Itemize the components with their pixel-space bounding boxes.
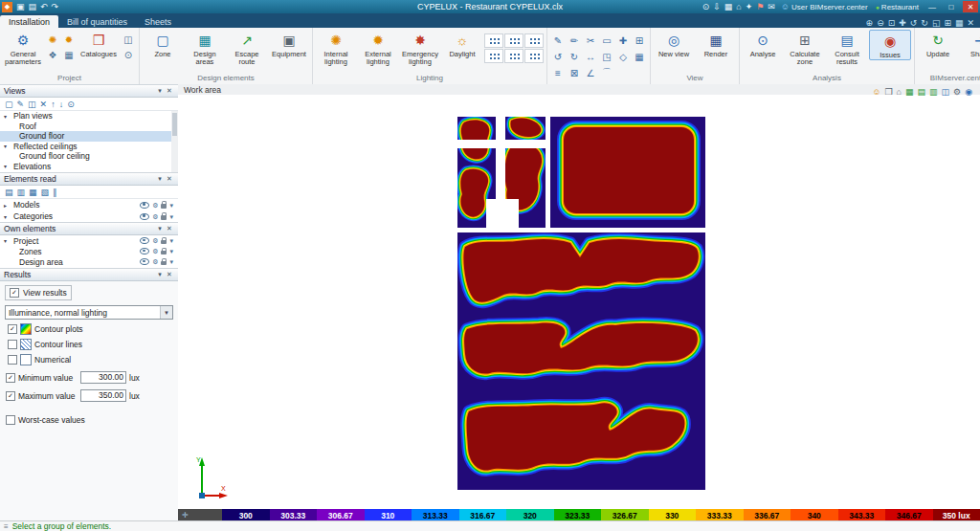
rectangle-icon[interactable]: ▭ xyxy=(599,33,614,48)
lock-icon[interactable] xyxy=(161,251,167,255)
search-icon[interactable]: ⊙ xyxy=(702,3,710,11)
internal-lighting-button[interactable]: ✺ Internal lighting xyxy=(316,30,356,66)
minimum-value-checkbox[interactable]: ✓ xyxy=(6,373,15,383)
view-results-checkbox[interactable]: ✓ xyxy=(10,288,19,298)
equipment-button[interactable]: ▣ Equipment xyxy=(269,30,309,58)
schedule-view-icon[interactable]: ▥ xyxy=(929,87,938,97)
delete-view-tool-icon[interactable]: ✕ xyxy=(40,100,48,109)
luminaire-pattern-button[interactable] xyxy=(484,49,503,63)
chevron-down-icon[interactable]: ▾ xyxy=(169,213,173,220)
scale-options-icon[interactable]: ✛ xyxy=(182,511,189,520)
search-view-tool-icon[interactable]: ⊙ xyxy=(67,100,75,109)
chevron-right-icon[interactable]: ▸ xyxy=(4,202,11,209)
result-type-dropdown[interactable]: Illuminance, normal lighting ▼ xyxy=(5,305,173,320)
stretch-icon[interactable]: ↔ xyxy=(583,49,598,64)
layers-tool-icon[interactable]: ▧ xyxy=(41,188,50,197)
scrollbar[interactable] xyxy=(171,111,178,172)
eye-icon[interactable] xyxy=(140,213,149,220)
download-icon[interactable]: ⇩ xyxy=(713,3,721,11)
fit-view-icon[interactable]: ◱ xyxy=(932,18,941,28)
chevron-down-icon[interactable]: ▾ xyxy=(169,237,173,244)
flag-icon[interactable]: ⚑ xyxy=(756,3,764,11)
close-icon[interactable]: ✕ xyxy=(165,271,174,278)
close-button[interactable]: ✕ xyxy=(963,1,978,12)
tree-item-zones[interactable]: Zones ⚙ ▾ xyxy=(0,246,178,256)
delete-icon[interactable]: ⊠ xyxy=(567,65,582,80)
lock-icon[interactable] xyxy=(161,204,167,209)
home-icon[interactable]: ⌂ xyxy=(736,3,741,11)
array-icon[interactable]: ⊞ xyxy=(632,33,647,48)
zoom-out-icon[interactable]: ⊖ xyxy=(877,18,884,28)
design-areas-button[interactable]: ▦ Design areas xyxy=(185,30,225,66)
cancel-icon[interactable]: ✕ xyxy=(967,18,974,28)
save-icon[interactable]: ▣ xyxy=(16,3,25,11)
eye-icon[interactable] xyxy=(140,258,149,265)
lock-icon[interactable] xyxy=(161,261,167,266)
gear-icon[interactable]: ⚙ xyxy=(152,258,158,265)
chevron-down-icon[interactable]: ▾ xyxy=(4,163,11,169)
emergency-lighting-button[interactable]: ✸ Emergency lighting xyxy=(400,30,440,66)
gear-icon[interactable]: ⚙ xyxy=(152,213,158,220)
scale-icon[interactable]: ◳ xyxy=(599,49,614,64)
eye-icon[interactable] xyxy=(140,202,149,209)
split-view-icon[interactable]: ◫ xyxy=(942,87,950,97)
tree-item-models[interactable]: ▸ Models ⚙ ▾ xyxy=(0,199,178,210)
redo-icon[interactable]: ↷ xyxy=(52,3,59,11)
zoom-in-icon[interactable]: ⊕ xyxy=(866,18,874,28)
move-down-tool-icon[interactable]: ↓ xyxy=(59,100,64,109)
luminaire-pattern-button[interactable] xyxy=(504,49,523,63)
library-tool-icon[interactable]: ❖ xyxy=(45,48,60,62)
settings-icon[interactable]: ⚙ xyxy=(953,87,961,97)
tree-item-ground-floor-ceiling[interactable]: Ground floor ceiling xyxy=(0,151,178,162)
maximize-button[interactable]: □ xyxy=(944,1,959,12)
lamp-tool-icon[interactable]: ✺ xyxy=(45,33,60,47)
collapse-icon[interactable]: ▾ xyxy=(155,87,165,95)
tree-item-reflected-ceilings[interactable]: ▾ Reflected ceilings xyxy=(0,142,178,152)
gear-icon[interactable]: ⚙ xyxy=(152,237,158,244)
tree-item-design-area[interactable]: Design area ⚙ ▾ xyxy=(0,256,178,267)
maximum-value-checkbox[interactable]: ✓ xyxy=(6,391,15,401)
collapse-icon[interactable]: ▾ xyxy=(155,271,165,278)
zone-button[interactable]: ▢ Zone xyxy=(143,30,183,58)
contour-lines-checkbox[interactable] xyxy=(8,340,17,349)
tree-item-roof[interactable]: Roof xyxy=(0,122,178,132)
orbit-left-icon[interactable]: ↺ xyxy=(910,18,918,28)
orbit-right-icon[interactable]: ↻ xyxy=(921,18,928,28)
external-lighting-button[interactable]: ✹ External lighting xyxy=(358,30,398,66)
eye-icon[interactable] xyxy=(140,237,149,244)
lock-icon[interactable] xyxy=(161,215,167,220)
drawing-canvas[interactable]: Y X xyxy=(178,95,980,509)
grid-tool-icon[interactable]: ▦ xyxy=(29,188,37,197)
contour-plots-checkbox[interactable]: ✓ xyxy=(8,324,17,334)
star-icon[interactable]: ✦ xyxy=(746,3,753,11)
tree-item-plan-views[interactable]: ▾ Plan views xyxy=(0,111,178,122)
gear-icon[interactable]: ⚙ xyxy=(152,202,158,209)
pan-icon[interactable]: ✚ xyxy=(899,18,906,28)
worst-case-checkbox[interactable] xyxy=(6,415,15,425)
scrollbar-thumb[interactable] xyxy=(172,113,177,136)
move-up-tool-icon[interactable]: ↑ xyxy=(51,100,56,109)
tree-item-project[interactable]: ▾ Project ⚙ ▾ xyxy=(0,235,178,246)
render-button[interactable]: ▦ Render xyxy=(696,30,736,58)
measure-angle-icon[interactable]: ∠ xyxy=(583,65,598,80)
chevron-down-icon[interactable]: ▾ xyxy=(4,113,11,120)
grid-view-icon[interactable]: ▦ xyxy=(905,87,914,97)
tree-item-elevations[interactable]: ▾ Elevations xyxy=(0,162,178,172)
align-icon[interactable]: ≡ xyxy=(550,65,566,80)
new-view-button[interactable]: ◎ New view xyxy=(654,30,694,58)
rotate-left-icon[interactable]: ↺ xyxy=(550,49,566,64)
general-parameters-button[interactable]: ⚙ General parameters xyxy=(3,30,43,66)
grid-icon[interactable]: ▦ xyxy=(724,3,733,11)
filter-tool-icon[interactable]: ▤ xyxy=(5,188,13,197)
model-box-icon[interactable]: ❒ xyxy=(884,87,892,97)
daylight-button[interactable]: ☼ Daylight xyxy=(442,30,482,58)
tab-bill-of-quantities[interactable]: Bill of quantities xyxy=(58,15,136,28)
undo-icon[interactable]: ↶ xyxy=(40,3,48,11)
edit-view-tool-icon[interactable]: ✎ xyxy=(17,100,25,109)
luminaire-pattern-button[interactable] xyxy=(524,49,544,63)
analyse-button[interactable]: ⊙ Analyse xyxy=(743,30,783,58)
window-tool-icon[interactable]: ◫ xyxy=(121,33,136,47)
escape-route-button[interactable]: ↗ Escape route xyxy=(227,30,267,66)
home-view-icon[interactable]: ⌂ xyxy=(897,87,902,97)
catalogues-button[interactable]: ❒ Catalogues xyxy=(78,30,119,58)
